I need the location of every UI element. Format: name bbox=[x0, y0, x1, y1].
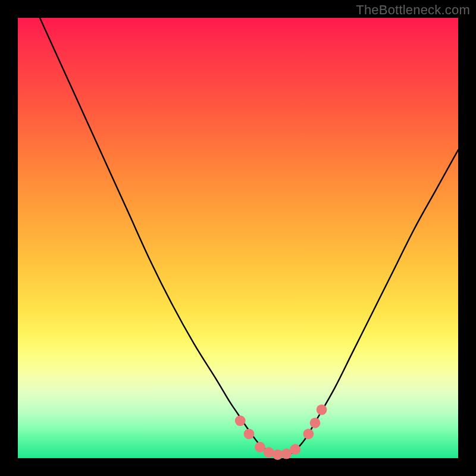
bottleneck-curve bbox=[40, 18, 458, 456]
highlight-dot bbox=[303, 428, 314, 439]
highlight-dot bbox=[244, 428, 255, 439]
curve-layer bbox=[18, 18, 458, 458]
plot-area bbox=[18, 18, 458, 458]
highlight-dot bbox=[290, 444, 300, 455]
highlight-dot bbox=[255, 442, 265, 453]
highlight-dot bbox=[235, 415, 246, 426]
chart-stage: TheBottleneck.com bbox=[0, 0, 476, 476]
highlight-dot bbox=[310, 418, 321, 428]
highlight-dot bbox=[317, 405, 327, 415]
watermark-text: TheBottleneck.com bbox=[356, 2, 470, 18]
highlight-dot bbox=[264, 447, 274, 458]
